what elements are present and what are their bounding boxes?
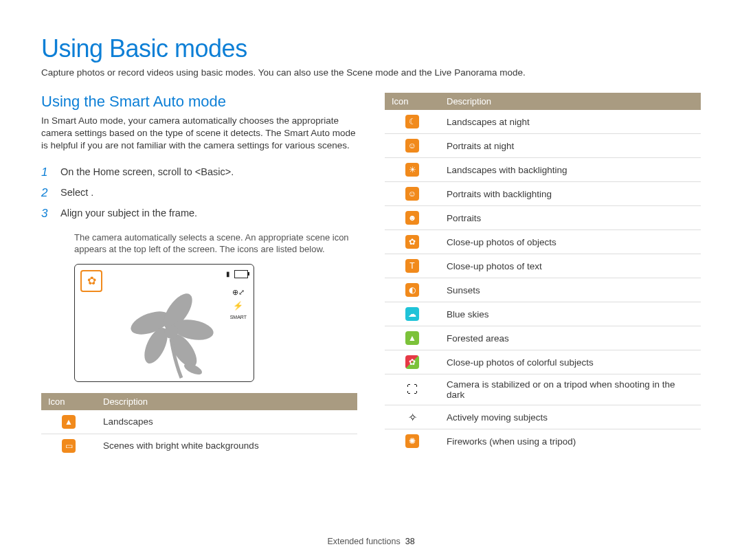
table-row: ⛶Camera is stabilized or on a tripod whe… [385,374,701,405]
scene-icon: ☁ [405,307,419,321]
description-cell: Camera is stabilized or on a tripod when… [440,374,701,405]
table-row: ☻Portraits [385,206,701,230]
status-icons: ▮ [226,270,248,278]
table-row: ▲Forested areas [385,326,701,350]
description-cell: Close-up photos of text [440,254,701,278]
left-column: Using the Smart Auto mode In Smart Auto … [41,93,357,458]
table-row: ✧Actively moving subjects [385,405,701,429]
scene-icon: ✿ [405,355,419,369]
description-cell: Sunsets [440,278,701,302]
scene-icon: ☺ [405,139,419,153]
description-cell: Portraits with backlighting [440,182,701,206]
table-row: ◐Sunsets [385,278,701,302]
scene-icon: ▲ [62,415,76,429]
table-row: ☾Landscapes at night [385,110,701,134]
icon-cell: ✧ [385,405,440,429]
description-cell: Close-up photos of colorful subjects [440,350,701,374]
table-row: TClose-up photos of text [385,254,701,278]
icon-cell: ✿ [385,350,440,374]
icon-cell: ⛶ [385,374,440,405]
svg-point-5 [164,325,178,339]
flower-illustration [116,292,226,381]
step-number: 2 [41,186,60,200]
scene-icon: ☀ [405,163,419,177]
description-cell: Portraits [440,206,701,230]
step-item: 2 Select . [41,183,357,203]
footer-section: Extended functions [327,537,400,546]
scene-icon: ✿ [405,235,419,249]
scene-icon: ▭ [62,439,76,453]
table-row: ✺Fireworks (when using a tripod) [385,429,701,453]
step-text: On the Home screen, scroll to <Basic>. [60,166,234,179]
icon-cell: ☁ [385,302,440,326]
page-footer: Extended functions 38 [0,537,742,546]
description-cell: Landscapes at night [440,110,701,134]
scene-icon: ☻ [405,211,419,225]
icon-cell: ✺ [385,429,440,453]
icon-table-right: Icon Description ☾Landscapes at night☺Po… [385,93,701,453]
icon-table-left: Icon Description ▲Landscapes▭Scenes with… [41,393,357,458]
step-item: 3 Align your subject in the frame. [41,203,357,224]
intro-text: Capture photos or record videos using ba… [41,67,701,78]
step-number: 3 [41,207,60,221]
scene-icon: ☺ [405,187,419,201]
step-text: Select . [60,186,93,200]
macro-mode-icon: ✿ [80,270,102,292]
description-cell: Forested areas [440,326,701,350]
description-cell: Landscapes with backlighting [440,158,701,182]
table-row: ☺Portraits at night [385,134,701,158]
table-row: ▲Landscapes [41,410,357,434]
icon-cell: ▲ [41,410,96,434]
scene-icon: ☾ [405,115,419,128]
description-cell: Close-up photos of objects [440,230,701,254]
description-cell: Fireworks (when using a tripod) [440,429,701,453]
icon-cell: T [385,254,440,278]
table-row: ☺Portraits with backlighting [385,182,701,206]
smart-label: SMART [230,315,247,320]
page-title: Using Basic modes [41,34,701,63]
battery-icon [234,270,248,278]
table-row: ✿Close-up photos of colorful subjects [385,350,701,374]
icon-cell: ◐ [385,278,440,302]
scene-icon: ⛶ [405,383,419,396]
section-heading: Using the Smart Auto mode [41,93,357,111]
bar-icon: ▮ [226,270,230,278]
scene-icon: ◐ [405,283,419,297]
camera-preview-illustration: ✿ ▮ ⊕⤢ ⚡ SMART [74,264,254,382]
step-number: 1 [41,166,60,179]
table-row: ☁Blue skies [385,302,701,326]
th-description: Description [96,393,357,410]
icon-cell: ☀ [385,158,440,182]
description-cell: Blue skies [440,302,701,326]
description-cell: Actively moving subjects [440,405,701,429]
th-icon: Icon [41,393,96,410]
description-cell: Portraits at night [440,134,701,158]
right-column: Icon Description ☾Landscapes at night☺Po… [385,93,701,458]
steps-list: 1 On the Home screen, scroll to <Basic>.… [41,162,357,225]
section-paragraph: In Smart Auto mode, your camera automati… [41,115,357,153]
table-row: ▭Scenes with bright white backgrounds [41,434,357,458]
step-subtext: The camera automatically selects a scene… [74,232,357,256]
footer-page-number: 38 [405,537,415,546]
table-row: ☀Landscapes with backlighting [385,158,701,182]
scene-icon: T [405,259,419,273]
zoom-icon: ⊕⤢ [232,288,245,297]
step-text: Align your subject in the frame. [60,207,197,221]
description-cell: Scenes with bright white backgrounds [96,434,357,458]
scene-icon: ✺ [405,434,419,448]
two-column-layout: Using the Smart Auto mode In Smart Auto … [41,93,701,458]
step-item: 1 On the Home screen, scroll to <Basic>. [41,162,357,183]
icon-cell: ☺ [385,182,440,206]
icon-cell: ▭ [41,434,96,458]
description-cell: Landscapes [96,410,357,434]
scene-icon: ✧ [405,410,419,424]
icon-cell: ▲ [385,326,440,350]
icon-cell: ☻ [385,206,440,230]
scene-icon: ▲ [405,331,419,345]
flash-icon: ⚡ [233,301,243,311]
th-description: Description [440,93,701,110]
th-icon: Icon [385,93,440,110]
right-icon-stack: ⊕⤢ ⚡ SMART [230,288,247,320]
icon-cell: ✿ [385,230,440,254]
table-row: ✿Close-up photos of objects [385,230,701,254]
